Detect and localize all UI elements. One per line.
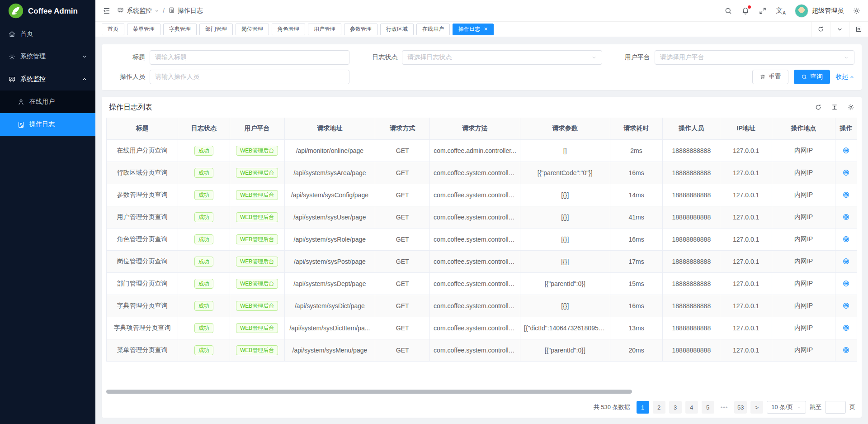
view-detail-button[interactable] bbox=[842, 324, 850, 332]
cell-handler: com.coffee.system.controlle... bbox=[430, 317, 520, 339]
tab-8[interactable]: 行政区域 bbox=[380, 24, 414, 35]
chevron-down-icon bbox=[82, 54, 87, 59]
title-input[interactable]: 请输入标题 bbox=[150, 50, 349, 65]
refresh-icon[interactable] bbox=[811, 22, 830, 37]
tab-5[interactable]: 角色管理 bbox=[272, 24, 305, 35]
monitor-icon bbox=[8, 76, 16, 83]
jump-page-input[interactable] bbox=[825, 401, 846, 414]
cell-duration: 17ms bbox=[610, 250, 663, 272]
refresh-icon[interactable] bbox=[815, 104, 822, 111]
bell-icon[interactable] bbox=[741, 7, 750, 15]
page-buttons: 12345•••53 bbox=[637, 401, 747, 414]
menu-fold-icon[interactable] bbox=[103, 7, 111, 15]
operator-input[interactable]: 请输入操作人员 bbox=[150, 70, 349, 84]
table-row: 行政区域分页查询成功WEB管理后台/api/system/sysArea/pag… bbox=[107, 162, 857, 184]
search-icon[interactable] bbox=[724, 7, 732, 15]
page-button-1[interactable]: 1 bbox=[637, 401, 649, 414]
sidebar-item-1[interactable]: 系统管理 bbox=[0, 45, 95, 68]
log-status-select[interactable]: 请选择日志状态 bbox=[402, 50, 602, 65]
horizontal-scrollbar bbox=[106, 390, 857, 395]
cell-action bbox=[835, 184, 857, 206]
density-icon[interactable] bbox=[831, 104, 838, 111]
reset-button[interactable]: 重置 bbox=[752, 70, 788, 84]
cell-operator: 18888888888 bbox=[663, 206, 720, 228]
column-header-0: 标题 bbox=[107, 118, 178, 139]
topbar: 系统监控 / 操作日志 文A bbox=[95, 0, 868, 22]
cell-handler: com.coffee.system.controlle... bbox=[430, 228, 520, 250]
view-detail-button[interactable] bbox=[842, 169, 850, 176]
sidebar-subitem-0[interactable]: 在线用户 bbox=[0, 91, 95, 113]
field-log-status: 日志状态 请选择日志状态 bbox=[361, 50, 602, 65]
cell-title: 字典项管理分页查询 bbox=[107, 317, 178, 339]
table-row: 角色管理分页查询成功WEB管理后台/api/system/sysRole/pag… bbox=[107, 228, 857, 250]
fullscreen-icon[interactable] bbox=[759, 7, 767, 15]
gear-icon[interactable] bbox=[853, 7, 861, 15]
page-button-5[interactable]: 5 bbox=[702, 401, 714, 414]
cell-title: 字典管理分页查询 bbox=[107, 295, 178, 317]
collapse-link[interactable]: 收起 bbox=[835, 73, 854, 81]
table-row: 在线用户分页查询成功WEB管理后台/api/monitor/online/pag… bbox=[107, 139, 857, 162]
field-title: 标题 请输入标题 bbox=[109, 50, 349, 65]
page-button-53[interactable]: 53 bbox=[734, 401, 747, 414]
cell-handler: com.coffee.system.controlle... bbox=[430, 295, 520, 317]
view-detail-button[interactable] bbox=[842, 302, 850, 310]
page-button-3[interactable]: 3 bbox=[669, 401, 682, 414]
cell-method: GET bbox=[375, 139, 430, 162]
cell-status: 成功 bbox=[178, 295, 230, 317]
view-detail-button[interactable] bbox=[842, 280, 850, 287]
tab-3[interactable]: 部门管理 bbox=[199, 24, 233, 35]
tab-4[interactable]: 岗位管理 bbox=[236, 24, 269, 35]
view-detail-button[interactable] bbox=[842, 235, 850, 243]
scrollbar-thumb[interactable] bbox=[106, 390, 632, 394]
sidebar-item-2[interactable]: 系统监控 bbox=[0, 68, 95, 91]
close-icon[interactable]: ✕ bbox=[484, 27, 488, 32]
breadcrumb-item-log[interactable]: 操作日志 bbox=[168, 7, 203, 15]
field-operator: 操作人员 请输入操作人员 bbox=[109, 70, 349, 84]
gear-icon[interactable] bbox=[847, 104, 854, 111]
cell-action bbox=[835, 139, 857, 162]
view-detail-button[interactable] bbox=[842, 257, 850, 265]
page-button-4[interactable]: 4 bbox=[685, 401, 698, 414]
chevron-down-icon[interactable] bbox=[830, 22, 849, 37]
breadcrumb-separator: / bbox=[163, 7, 165, 14]
page-size-select[interactable]: 10 条/页 bbox=[767, 401, 806, 414]
cell-platform: WEB管理后台 bbox=[230, 162, 284, 184]
sidebar-item-0[interactable]: 首页 bbox=[0, 23, 95, 45]
view-detail-button[interactable] bbox=[842, 147, 850, 154]
user-platform-select[interactable]: 请选择用户平台 bbox=[655, 50, 854, 65]
username: 超级管理员 bbox=[812, 7, 844, 15]
breadcrumb-item-monitor[interactable]: 系统监控 bbox=[117, 7, 159, 15]
search-button[interactable]: 查询 bbox=[794, 70, 830, 84]
view-detail-button[interactable] bbox=[842, 346, 850, 354]
cell-status: 成功 bbox=[178, 228, 230, 250]
sidebar-subitem-1[interactable]: 操作日志 bbox=[0, 113, 95, 136]
tab-2[interactable]: 字典管理 bbox=[163, 24, 197, 35]
tab-10[interactable]: 操作日志✕ bbox=[453, 24, 494, 35]
user-menu[interactable]: 超级管理员 bbox=[795, 4, 844, 18]
tab-7[interactable]: 参数管理 bbox=[344, 24, 377, 35]
brand[interactable]: Coffee Admin bbox=[0, 0, 95, 23]
tab-6[interactable]: 用户管理 bbox=[308, 24, 341, 35]
cell-duration: 41ms bbox=[610, 206, 663, 228]
table-card-header: 操作日志列表 bbox=[106, 97, 857, 118]
next-page-button[interactable]: > bbox=[750, 401, 763, 414]
maximize-icon[interactable] bbox=[849, 22, 868, 37]
tab-0[interactable]: 首页 bbox=[102, 24, 124, 35]
jump-label: 跳至 bbox=[810, 403, 821, 411]
sidebar-item-label: 在线用户 bbox=[29, 98, 55, 106]
cell-ip: 127.0.0.1 bbox=[720, 317, 772, 339]
avatar bbox=[795, 4, 808, 18]
cell-duration: 14ms bbox=[610, 184, 663, 206]
table-toolbar bbox=[815, 104, 854, 111]
sidebar-item-label: 系统监控 bbox=[20, 75, 46, 83]
translate-icon[interactable]: 文A bbox=[776, 6, 786, 15]
platform-badge: WEB管理后台 bbox=[236, 279, 278, 289]
status-badge: 成功 bbox=[194, 168, 213, 178]
cell-ip: 127.0.0.1 bbox=[720, 295, 772, 317]
view-detail-button[interactable] bbox=[842, 191, 850, 199]
platform-badge: WEB管理后台 bbox=[236, 301, 278, 311]
tab-9[interactable]: 在线用户 bbox=[416, 24, 450, 35]
view-detail-button[interactable] bbox=[842, 213, 850, 221]
page-button-2[interactable]: 2 bbox=[653, 401, 665, 414]
tab-1[interactable]: 菜单管理 bbox=[127, 24, 160, 35]
